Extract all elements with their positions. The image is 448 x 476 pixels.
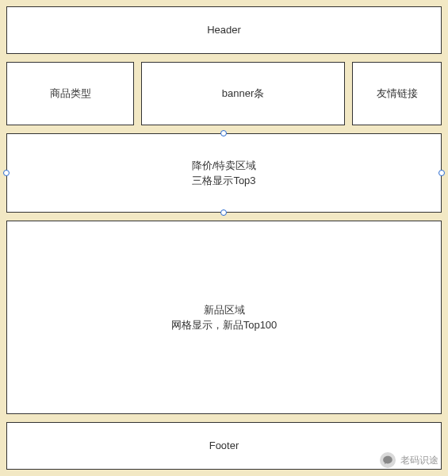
discount-line2: 三格显示Top3: [192, 173, 257, 189]
banner-label: banner条: [222, 86, 264, 102]
new-products-line1: 新品区域: [171, 302, 278, 318]
footer-label: Footer: [209, 438, 239, 454]
discount-region: 降价/特卖区域 三格显示Top3: [6, 133, 442, 213]
new-products-text: 新品区域 网格显示，新品Top100: [171, 302, 278, 333]
new-products-line2: 网格显示，新品Top100: [171, 317, 278, 333]
new-products-region: 新品区域 网格显示，新品Top100: [6, 221, 442, 414]
links-region: 友情链接: [352, 62, 442, 125]
selection-handle-right-icon: [438, 170, 445, 176]
selection-handle-top-icon: [220, 130, 227, 136]
discount-text: 降价/特卖区域 三格显示Top3: [192, 158, 257, 189]
links-label: 友情链接: [377, 86, 418, 102]
selection-handle-bottom-icon: [220, 209, 227, 216]
footer-region: Footer: [6, 422, 442, 470]
discount-line1: 降价/特卖区域: [192, 158, 257, 174]
selection-handle-left-icon: [3, 170, 10, 176]
categories-region: 商品类型: [6, 62, 134, 125]
banner-region: banner条: [141, 62, 345, 125]
header-label: Header: [207, 22, 241, 38]
header-region: Header: [6, 6, 442, 54]
categories-label: 商品类型: [50, 86, 91, 102]
